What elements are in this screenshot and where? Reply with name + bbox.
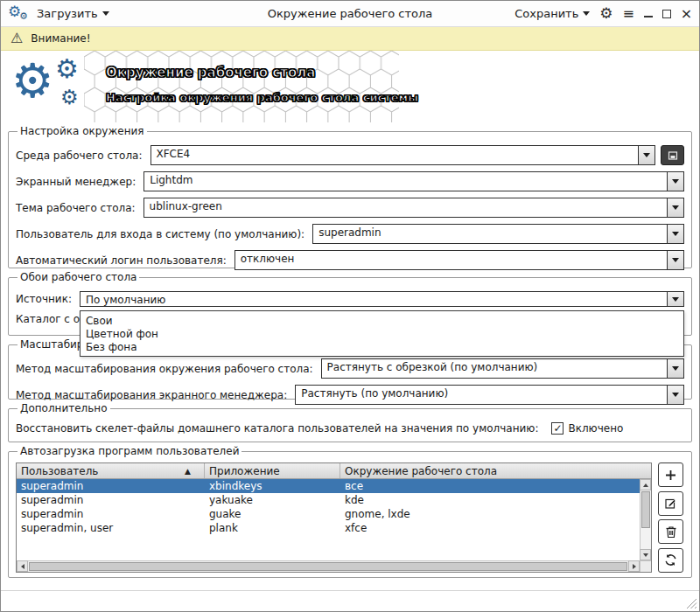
form-row: Автоматический логин пользователя: отклю… bbox=[16, 250, 684, 270]
table-row[interactable]: superadmin xbindkeys все bbox=[17, 479, 651, 493]
column-header-label: Приложение bbox=[209, 465, 280, 477]
table-row[interactable]: superadmin, user plank xfce bbox=[17, 521, 651, 535]
gear-icon: ⚙ bbox=[11, 58, 53, 105]
cell-user: superadmin, user bbox=[17, 521, 205, 535]
group-additional: Дополнительно Восстановить скелет-файлы … bbox=[8, 402, 692, 442]
desktop-environment-select[interactable]: XFCE4 bbox=[150, 145, 656, 165]
gear-icon: ⚙ bbox=[60, 87, 79, 108]
combo-dropdown-button[interactable] bbox=[667, 198, 683, 217]
cell-user: superadmin bbox=[17, 507, 205, 521]
combo-dropdown-button[interactable] bbox=[667, 386, 683, 404]
chevron-down-icon bbox=[672, 366, 679, 371]
refresh-icon bbox=[664, 553, 677, 567]
chevron-down-icon bbox=[672, 393, 679, 397]
close-button[interactable]: × bbox=[681, 8, 692, 20]
combo-dropdown-button[interactable] bbox=[667, 251, 683, 269]
field-label: Восстановить скелет-файлы домашнего ката… bbox=[16, 422, 538, 435]
cell-user: superadmin bbox=[17, 479, 205, 493]
dropdown-option[interactable]: Без фона bbox=[80, 341, 683, 354]
menu-icon[interactable]: ≡ bbox=[623, 7, 634, 21]
minimize-button[interactable] bbox=[644, 10, 653, 17]
restore-skel-checkbox[interactable]: ✓ bbox=[551, 422, 564, 435]
group-environment-settings: Настройка окружения Среда рабочего стола… bbox=[8, 125, 692, 268]
check-icon: ✓ bbox=[553, 423, 562, 434]
form-row: Источник: По умолчанию Свои Цветной фон … bbox=[16, 291, 684, 307]
combo-dropdown-button[interactable] bbox=[667, 292, 683, 306]
combo-value: ublinux-green bbox=[144, 198, 667, 217]
scroll-right-button[interactable] bbox=[628, 560, 640, 572]
form-row: Пользователь для входа в систему (по умо… bbox=[16, 224, 684, 244]
page-title: Окружение рабочего стола bbox=[106, 65, 315, 80]
combo-value: отключен bbox=[235, 251, 667, 269]
refresh-button[interactable] bbox=[658, 548, 683, 573]
group-wallpaper: Обои рабочего стола Источник: По умолчан… bbox=[8, 271, 692, 336]
cell-environment: все bbox=[340, 479, 651, 493]
autologin-select[interactable]: отключен bbox=[234, 250, 684, 270]
scroll-up-button[interactable] bbox=[640, 479, 651, 490]
add-button[interactable] bbox=[658, 462, 683, 487]
cell-application: yakuake bbox=[205, 493, 340, 507]
app-logo-gears-icon: ⚙ ⚙ ⚙ bbox=[11, 56, 94, 119]
desktop-scaling-method-select[interactable]: Растянуть с обрезкой (по умолчанию) bbox=[321, 358, 684, 379]
gear-icon: ⚙ bbox=[19, 11, 28, 21]
pencil-icon bbox=[664, 497, 677, 510]
field-label: Пользователь для входа в систему (по умо… bbox=[16, 228, 304, 240]
arrow-right-icon bbox=[633, 564, 636, 569]
horizontal-scroll-thumb[interactable] bbox=[29, 562, 627, 571]
group-legend: Дополнительно bbox=[18, 402, 110, 414]
desktop-theme-select[interactable]: ublinux-green bbox=[144, 198, 684, 218]
status-bar bbox=[1, 590, 699, 611]
display-manager-select[interactable]: Lightdm bbox=[144, 171, 684, 191]
scroll-down-button[interactable] bbox=[640, 549, 651, 560]
arrow-left-icon bbox=[21, 564, 24, 569]
field-label: Экранный менеджер: bbox=[16, 176, 136, 188]
maximize-button[interactable] bbox=[662, 10, 671, 18]
chevron-down-icon bbox=[672, 205, 679, 210]
scrollbar-corner bbox=[640, 560, 651, 572]
edit-button[interactable] bbox=[658, 491, 683, 516]
table-row[interactable]: superadmin guake gnome, lxde bbox=[17, 507, 651, 521]
column-header-user[interactable]: Пользователь ▲ bbox=[17, 463, 205, 478]
column-header-environment[interactable]: Окружение рабочего стола bbox=[340, 463, 651, 478]
delete-button[interactable] bbox=[658, 519, 683, 544]
gear-icon: ⚙ bbox=[55, 56, 79, 82]
combo-dropdown-button[interactable] bbox=[638, 146, 654, 164]
combo-value: Растянуть с обрезкой (по умолчанию) bbox=[322, 359, 667, 378]
scroll-left-button[interactable] bbox=[17, 560, 28, 572]
combo-dropdown-button[interactable] bbox=[667, 172, 683, 191]
app-window: Окружение рабочего стола ⚙ ⚙ Загрузить С… bbox=[0, 0, 700, 612]
arrow-down-icon bbox=[643, 553, 648, 557]
combo-value: superadmin bbox=[313, 225, 667, 243]
table-row[interactable]: superadmin yakuake kde bbox=[17, 493, 651, 507]
chevron-down-icon bbox=[583, 11, 590, 16]
arrow-up-icon bbox=[643, 483, 648, 487]
package-icon bbox=[668, 150, 678, 161]
load-button[interactable]: Загрузить bbox=[37, 7, 109, 20]
wallpaper-source-wrap: По умолчанию Свои Цветной фон Без фона bbox=[80, 291, 684, 307]
dropdown-option[interactable]: Цветной фон bbox=[80, 328, 683, 341]
horizontal-scrollbar[interactable] bbox=[17, 560, 640, 572]
save-button[interactable]: Сохранить bbox=[514, 7, 590, 20]
dropdown-option[interactable]: Свои bbox=[80, 315, 683, 328]
settings-gear-icon[interactable]: ⚙ bbox=[599, 6, 612, 21]
default-login-user-select[interactable]: superadmin bbox=[312, 224, 684, 244]
group-legend: Автозагрузка программ пользователей bbox=[18, 445, 242, 457]
group-legend: Настройка окружения bbox=[18, 125, 147, 137]
sort-ascending-icon: ▲ bbox=[185, 467, 200, 476]
chevron-down-icon bbox=[102, 11, 109, 16]
wallpaper-source-select[interactable]: По умолчанию bbox=[80, 291, 684, 307]
vertical-scroll-thumb[interactable] bbox=[641, 491, 650, 528]
column-header-application[interactable]: Приложение bbox=[205, 463, 340, 478]
vertical-scrollbar[interactable] bbox=[640, 479, 651, 560]
resize-grip[interactable] bbox=[686, 598, 697, 609]
cell-environment: kde bbox=[340, 493, 651, 507]
main-content: Настройка окружения Среда рабочего стола… bbox=[1, 122, 699, 590]
combo-dropdown-button[interactable] bbox=[667, 359, 683, 378]
field-label: Метод масштабирования экранного менеджер… bbox=[16, 389, 287, 401]
package-button[interactable] bbox=[661, 145, 684, 165]
column-header-label: Пользователь bbox=[21, 465, 98, 477]
autostart-table[interactable]: Пользователь ▲ Приложение Окружение рабо… bbox=[16, 462, 652, 573]
titlebar: Окружение рабочего стола ⚙ ⚙ Загрузить С… bbox=[1, 1, 699, 27]
warning-banner: ⚠ Внимание! bbox=[1, 27, 699, 51]
combo-dropdown-button[interactable] bbox=[667, 225, 683, 243]
